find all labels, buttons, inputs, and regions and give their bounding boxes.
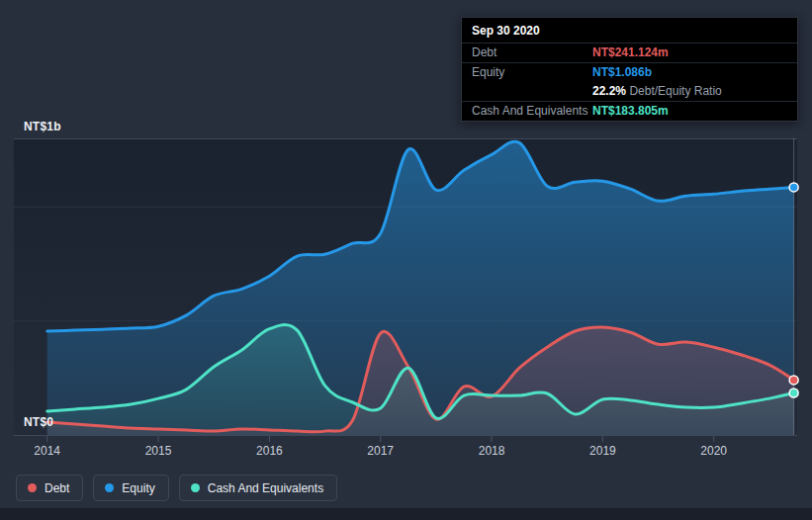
x-axis-label: 2020 xyxy=(700,444,727,458)
tooltip-equity-value: NT$1.086b xyxy=(592,65,652,79)
tooltip-cash-label: Cash And Equivalents xyxy=(472,104,592,118)
legend-chip-equity-label: Equity xyxy=(122,481,154,495)
bottom-divider-strip xyxy=(0,508,812,520)
legend-chip-cash-label: Cash And Equivalents xyxy=(208,481,323,495)
debt-series-dot-icon xyxy=(28,483,37,492)
x-axis-label: 2017 xyxy=(367,444,394,458)
tooltip-cash-value: NT$183.805m xyxy=(592,104,669,118)
x-axis-label: 2014 xyxy=(34,444,60,458)
y-axis-zero-label: NT$0 xyxy=(24,415,53,429)
x-axis-label: 2015 xyxy=(145,444,172,458)
legend-chip-cash[interactable]: Cash And Equivalents xyxy=(179,475,337,501)
tooltip-debt-label: Debt xyxy=(472,45,592,59)
legend-chip-debt-label: Debt xyxy=(45,481,69,495)
cash-series-dot-icon xyxy=(191,483,200,492)
tooltip-ratio-row: 22.2% Debt/Equity Ratio xyxy=(462,82,797,101)
tooltip-ratio-label: Debt/Equity Ratio xyxy=(629,84,721,98)
chart-tooltip: Sep 30 2020 Debt NT$241.124m Equity NT$1… xyxy=(461,17,798,122)
x-axis-label: 2016 xyxy=(256,444,283,458)
tooltip-equity-label: Equity xyxy=(472,65,592,79)
debt-equity-history-chart: NT$1b NT$0 2014201520162017201820192020 … xyxy=(0,0,812,520)
tooltip-debt-value: NT$241.124m xyxy=(592,45,669,59)
legend-chip-equity[interactable]: Equity xyxy=(93,475,168,501)
y-axis-max-label: NT$1b xyxy=(24,120,61,133)
tooltip-equity-row: Equity NT$1.086b xyxy=(462,62,797,82)
x-axis-label: 2018 xyxy=(479,444,505,458)
legend-chip-debt[interactable]: Debt xyxy=(16,475,83,501)
chart-legend: Debt Equity Cash And Equivalents xyxy=(16,475,337,501)
x-axis-label: 2019 xyxy=(589,444,616,458)
tooltip-ratio-value: 22.2% Debt/Equity Ratio xyxy=(592,84,722,98)
tooltip-debt-row: Debt NT$241.124m xyxy=(462,43,797,62)
equity-series-dot-icon xyxy=(105,483,114,492)
tooltip-date: Sep 30 2020 xyxy=(462,18,797,43)
tooltip-cash-row: Cash And Equivalents NT$183.805m xyxy=(462,101,797,121)
